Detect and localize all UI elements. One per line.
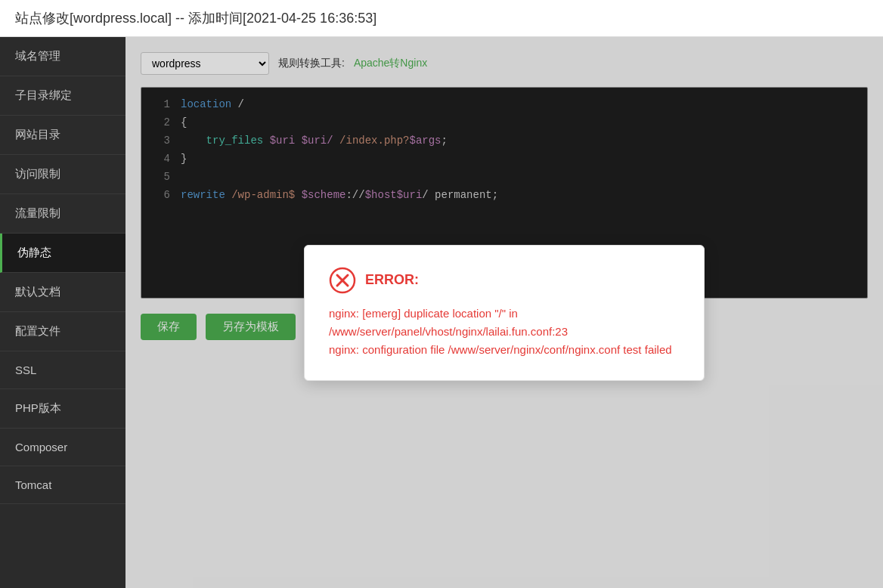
sidebar-item-composer[interactable]: Composer [0,429,125,466]
sidebar-item-subdir[interactable]: 子目录绑定 [0,76,125,116]
sidebar-item-rewrite[interactable]: 伪静态 [0,234,125,273]
page-title: 站点修改[wordpress.local] -- 添加时间[2021-04-25… [15,11,376,26]
dialog-header: ERROR: [329,267,680,294]
sidebar-item-domain[interactable]: 域名管理 [0,37,125,76]
error-icon [329,267,356,294]
sidebar-item-config[interactable]: 配置文件 [0,312,125,351]
error-dialog: ERROR: nginx: [emerg] duplicate location… [304,245,705,381]
sidebar-item-access[interactable]: 访问限制 [0,155,125,194]
sidebar-item-default-doc[interactable]: 默认文档 [0,273,125,312]
content-area: wordpress 规则转换工具: Apache转Nginx 1 locatio… [125,37,883,588]
sidebar-item-php[interactable]: PHP版本 [0,389,125,429]
sidebar: 域名管理 子目录绑定 网站目录 访问限制 流量限制 伪静态 默认文档 配置文件 … [0,37,125,588]
dialog-overlay: ERROR: nginx: [emerg] duplicate location… [125,37,883,588]
sidebar-item-ssl[interactable]: SSL [0,351,125,389]
sidebar-item-tomcat[interactable]: Tomcat [0,466,125,504]
sidebar-item-traffic[interactable]: 流量限制 [0,194,125,234]
dialog-message: nginx: [emerg] duplicate location "/" in… [329,305,680,359]
title-bar: 站点修改[wordpress.local] -- 添加时间[2021-04-25… [0,0,883,37]
dialog-title: ERROR: [365,272,419,288]
sidebar-item-webroot[interactable]: 网站目录 [0,116,125,155]
